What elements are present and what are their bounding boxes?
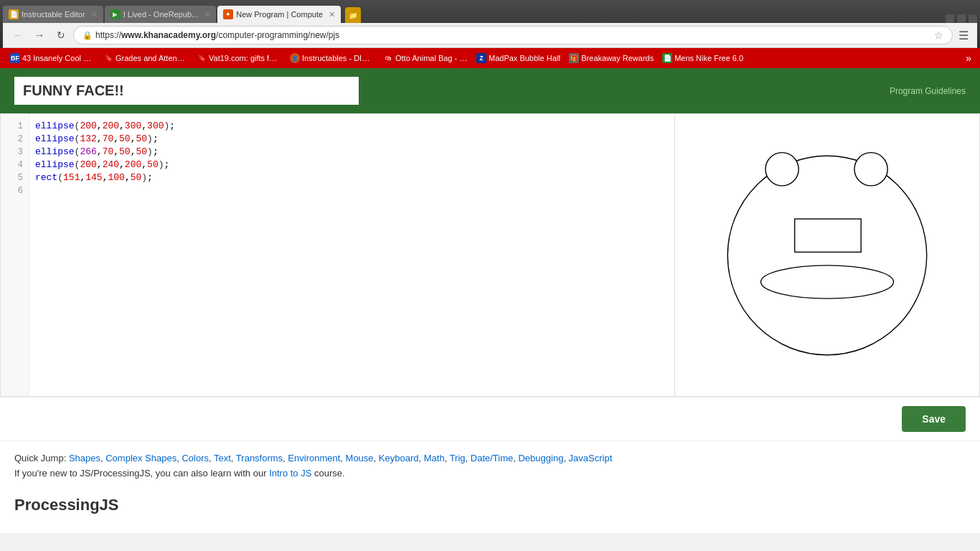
address-protocol: https://	[95, 30, 121, 40]
bookmark-bf-favicon: BF	[10, 53, 20, 63]
tab2-favicon: ▶	[110, 9, 121, 19]
bookmark-instructables-label: Instructables - DIY H	[302, 54, 374, 62]
svg-point-2	[854, 152, 887, 185]
bookmark-grades-label: Grades and Attendar	[116, 54, 188, 62]
svg-point-0	[727, 156, 927, 355]
bookmark-instructables-favicon: 👤	[290, 53, 300, 63]
browser-menu-icon[interactable]: ☰	[956, 29, 971, 42]
code-line-3: ellipse(266,70,50,50);	[35, 146, 669, 159]
save-area: Save	[0, 397, 980, 441]
qj-colors[interactable]: Colors	[182, 453, 209, 463]
program-title-input[interactable]	[14, 77, 359, 105]
tab3-close[interactable]: ✕	[329, 10, 335, 19]
tab3-favicon: ✦	[223, 9, 233, 19]
processingjs-title: ProcessingJS	[14, 496, 966, 514]
bookmark-otto[interactable]: 🛍 Otto Animal Bag - Bo	[379, 52, 472, 65]
bookmarks-more-icon[interactable]: »	[963, 52, 974, 64]
bookmark-grades[interactable]: 🔖 Grades and Attendar	[99, 52, 192, 65]
tab-bar: 📄 Instructable Editor ✕ ▶ I Lived - OneR…	[3, 3, 977, 23]
editor-area: 1 2 3 4 5 6 ellipse(200,200,300,300); el…	[0, 113, 980, 397]
save-button[interactable]: Save	[902, 406, 966, 432]
code-line-2: ellipse(132,70,50,50);	[35, 133, 669, 146]
address-bar[interactable]: 🔒 https://www.khanacademy.org/computer-p…	[73, 26, 953, 44]
page-header: Program Guidelines	[0, 68, 980, 113]
bookmark-bf[interactable]: BF 43 Insanely Cool Ren	[6, 52, 99, 65]
line-num-4: 4	[1, 159, 29, 171]
svg-point-1	[765, 152, 798, 185]
tab1-label: Instructable Editor	[22, 10, 85, 19]
bookmark-madpax[interactable]: Z MadPax Bubble Half	[472, 52, 565, 65]
bookmark-madpax-label: MadPax Bubble Half	[489, 54, 560, 62]
forward-button[interactable]: →	[30, 26, 49, 44]
bookmark-otto-label: Otto Animal Bag - Bo	[395, 54, 468, 62]
svg-rect-4	[795, 219, 862, 252]
bookmark-instructables[interactable]: 👤 Instructables - DIY H	[286, 52, 379, 65]
bookmark-madpax-favicon: Z	[476, 53, 486, 63]
qj-mouse[interactable]: Mouse	[346, 453, 374, 463]
intro-text: If you're new to JS/ProcessingJS, you ca…	[14, 468, 966, 479]
code-line-6	[35, 184, 669, 197]
line-num-2: 2	[1, 133, 29, 146]
tab-new-program[interactable]: ✦ New Program | Compute ✕	[217, 6, 341, 23]
bookmark-grades-favicon: 🔖	[103, 53, 113, 63]
nav-bar: ← → ↻ 🔒 https://www.khanacademy.org/comp…	[3, 23, 977, 48]
refresh-button[interactable]: ↻	[52, 26, 70, 44]
code-editor[interactable]: 1 2 3 4 5 6 ellipse(200,200,300,300); el…	[1, 114, 675, 396]
bookmark-vat19[interactable]: 🔖 Vat19.com: gifts for...	[192, 52, 286, 65]
tab1-favicon: 📄	[9, 9, 19, 19]
qj-environment[interactable]: Environment	[288, 453, 340, 463]
address-path: /computer-programming/new/pjs	[216, 30, 339, 40]
qj-debugging[interactable]: Debugging	[518, 453, 563, 463]
line-num-6: 6	[1, 184, 29, 197]
address-domain: www.khanacademy.org	[121, 30, 216, 40]
tab-extra: 📁	[345, 7, 361, 23]
qj-javascript[interactable]: JavaScript	[569, 453, 613, 463]
intro-link-text: Intro to JS	[269, 468, 311, 479]
qj-keyboard[interactable]: Keyboard	[379, 453, 419, 463]
bookmark-breakaway-label: Breakaway Rewards	[581, 54, 654, 62]
browser-chrome: 📄 Instructable Editor ✕ ▶ I Lived - OneR…	[0, 0, 980, 48]
tab1-close[interactable]: ✕	[91, 10, 98, 19]
tab-instructable-editor[interactable]: 📄 Instructable Editor ✕	[3, 6, 103, 23]
line-num-1: 1	[1, 120, 29, 133]
intro-js-link[interactable]: Intro to JS	[269, 468, 311, 479]
bookmark-vat19-label: Vat19.com: gifts for...	[209, 54, 281, 62]
quick-jump-label: Quick Jump:	[14, 453, 66, 463]
intro-suffix: course.	[314, 468, 345, 479]
qj-datetime[interactable]: Date/Time	[471, 453, 513, 463]
quick-jump-line: Quick Jump: Shapes, Complex Shapes, Colo…	[14, 453, 966, 463]
qj-trig[interactable]: Trig	[450, 453, 466, 463]
bookmark-nike[interactable]: 📄 Mens Nike Free 6.0	[658, 52, 748, 65]
window-controls	[946, 14, 977, 23]
restore-btn[interactable]	[957, 14, 966, 23]
bookmarks-bar: BF 43 Insanely Cool Ren 🔖 Grades and Att…	[0, 48, 980, 68]
code-line-5: rect(151,145,100,50);	[35, 171, 669, 184]
bookmark-nike-label: Mens Nike Free 6.0	[674, 54, 743, 62]
qj-text[interactable]: Text	[214, 453, 231, 463]
bookmark-vat19-favicon: 🔖	[197, 53, 207, 63]
tab2-close[interactable]: ✕	[204, 10, 210, 19]
tab-i-lived[interactable]: ▶ I Lived - OneRepub... ✕	[105, 6, 217, 23]
line-numbers: 1 2 3 4 5 6	[1, 114, 29, 396]
qj-complex-shapes[interactable]: Complex Shapes	[105, 453, 176, 463]
page-content: Program Guidelines 1 2 3 4 5 6 ellipse(2…	[0, 68, 980, 533]
program-guidelines-link[interactable]: Program Guidelines	[890, 86, 966, 96]
code-lines[interactable]: ellipse(200,200,300,300); ellipse(132,70…	[29, 114, 674, 396]
back-button[interactable]: ←	[9, 26, 27, 44]
processingjs-section: ProcessingJS	[0, 484, 980, 533]
qj-math[interactable]: Math	[424, 453, 445, 463]
minimize-btn[interactable]	[946, 14, 954, 23]
bookmark-otto-favicon: 🛍	[383, 53, 393, 63]
quick-jump-area: Quick Jump: Shapes, Complex Shapes, Colo…	[0, 441, 980, 484]
qj-shapes[interactable]: Shapes	[69, 453, 100, 463]
tab4-icon[interactable]: 📁	[345, 7, 361, 23]
tab2-label: I Lived - OneRepub...	[123, 10, 199, 19]
qj-transforms[interactable]: Transforms	[236, 453, 283, 463]
tab3-label: New Program | Compute	[236, 10, 323, 19]
bookmark-breakaway[interactable]: 🎁 Breakaway Rewards	[565, 52, 658, 65]
close-btn[interactable]	[969, 14, 977, 23]
code-line-4: ellipse(200,240,200,50);	[35, 159, 669, 171]
line-num-3: 3	[1, 146, 29, 159]
bookmark-star-icon[interactable]: ☆	[934, 29, 943, 41]
bookmark-nike-favicon: 📄	[662, 53, 672, 63]
